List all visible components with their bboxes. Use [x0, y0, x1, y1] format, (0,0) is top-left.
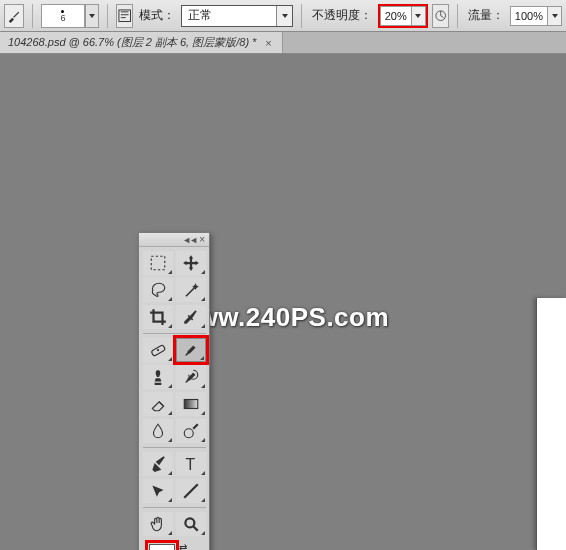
historybrush-icon — [182, 368, 200, 386]
flow-dropdown[interactable] — [547, 7, 561, 25]
divider — [32, 4, 33, 28]
dodge-icon — [182, 422, 200, 440]
flow-value: 100% — [511, 10, 547, 22]
blend-mode-select[interactable]: 正常 — [181, 5, 293, 27]
opacity-label: 不透明度： — [312, 7, 372, 24]
tablet-pressure-icon — [433, 8, 448, 23]
crop-tool[interactable] — [143, 305, 173, 329]
eraser-tool[interactable] — [143, 392, 173, 416]
pathsel-icon — [149, 482, 167, 500]
flow-input[interactable]: 100% — [510, 6, 562, 26]
chevron-down-icon — [415, 14, 421, 18]
blur-icon — [149, 422, 167, 440]
document-canvas-edge — [536, 298, 566, 550]
close-panel-button[interactable]: × — [199, 234, 205, 245]
brush-preset-picker[interactable]: 6 — [41, 4, 85, 28]
options-bar: 6 模式： 正常 不透明度： 20% 流量： 100% — [0, 0, 566, 32]
history-brush-tool[interactable] — [176, 365, 206, 389]
zoom-tool[interactable] — [176, 512, 206, 536]
marquee-icon — [149, 254, 167, 272]
mode-label: 模式： — [139, 7, 175, 24]
brush-size-value: 6 — [60, 14, 65, 23]
collapse-panel-button[interactable]: ◄◄ — [182, 235, 196, 245]
move-tool[interactable] — [176, 251, 206, 275]
divider — [301, 4, 302, 28]
eyedropper-tool[interactable] — [176, 305, 206, 329]
gradient-tool[interactable] — [176, 392, 206, 416]
opacity-highlight: 20% — [378, 4, 428, 28]
gradient-icon — [182, 395, 200, 413]
foreground-color-swatch[interactable] — [149, 544, 175, 550]
blend-mode-value: 正常 — [182, 7, 276, 24]
document-tab[interactable]: 104268.psd @ 66.7% (图层 2 副本 6, 图层蒙版/8) *… — [0, 32, 283, 53]
hand-icon — [149, 515, 167, 533]
bandaid-icon — [149, 341, 167, 359]
color-swatch-area: ⇄ — [139, 540, 209, 550]
tools-panel-header: ◄◄ × — [139, 233, 209, 247]
swap-colors-button[interactable]: ⇄ — [179, 542, 187, 550]
dodge-tool[interactable] — [176, 419, 206, 443]
pen-tool[interactable] — [143, 452, 173, 476]
watermark-text: www.240PS.com — [0, 302, 566, 333]
chevron-down-icon — [282, 14, 288, 18]
pen-icon — [149, 455, 167, 473]
path-selection-tool[interactable] — [143, 479, 173, 503]
opacity-dropdown[interactable] — [411, 7, 425, 25]
stamp-icon — [149, 368, 167, 386]
pressure-opacity-toggle[interactable] — [432, 4, 449, 28]
brush-tool[interactable] — [176, 338, 206, 362]
opacity-value: 20% — [381, 10, 411, 22]
lasso-icon — [149, 281, 167, 299]
clone-stamp-tool[interactable] — [143, 365, 173, 389]
blur-tool[interactable] — [143, 419, 173, 443]
type-tool[interactable] — [176, 452, 206, 476]
opacity-input[interactable]: 20% — [380, 6, 426, 26]
flow-label: 流量： — [468, 7, 504, 24]
divider — [107, 4, 108, 28]
hand-tool[interactable] — [143, 512, 173, 536]
document-tab-title: 104268.psd @ 66.7% (图层 2 副本 6, 图层蒙版/8) * — [8, 35, 256, 50]
healing-brush-tool[interactable] — [143, 338, 173, 362]
marquee-tool[interactable] — [143, 251, 173, 275]
divider — [457, 4, 458, 28]
close-tab-button[interactable]: × — [262, 37, 274, 49]
brush-panel-icon — [117, 8, 132, 23]
brush-icon — [7, 9, 21, 23]
move-icon — [182, 254, 200, 272]
line-icon — [182, 482, 200, 500]
lasso-tool[interactable] — [143, 278, 173, 302]
chevron-down-icon — [89, 14, 95, 18]
eyedropper-icon — [182, 308, 200, 326]
type-icon — [182, 455, 200, 473]
canvas-area[interactable]: www.240PS.com ◄◄ × ⇄ — [0, 54, 566, 550]
brush-preset-dropdown[interactable] — [85, 4, 99, 28]
wand-icon — [182, 281, 200, 299]
tool-preset-picker[interactable] — [4, 4, 24, 28]
tools-grid — [139, 247, 209, 540]
document-tab-bar: 104268.psd @ 66.7% (图层 2 副本 6, 图层蒙版/8) *… — [0, 32, 566, 54]
crop-icon — [149, 308, 167, 326]
magic-wand-tool[interactable] — [176, 278, 206, 302]
chevron-down-icon — [552, 14, 558, 18]
eraser-icon — [149, 395, 167, 413]
line-tool[interactable] — [176, 479, 206, 503]
tools-panel: ◄◄ × ⇄ — [138, 232, 210, 550]
blend-mode-dropdown[interactable] — [276, 6, 292, 26]
brush-panel-toggle[interactable] — [116, 4, 133, 28]
brush-icon — [182, 341, 200, 359]
zoom-icon — [182, 515, 200, 533]
